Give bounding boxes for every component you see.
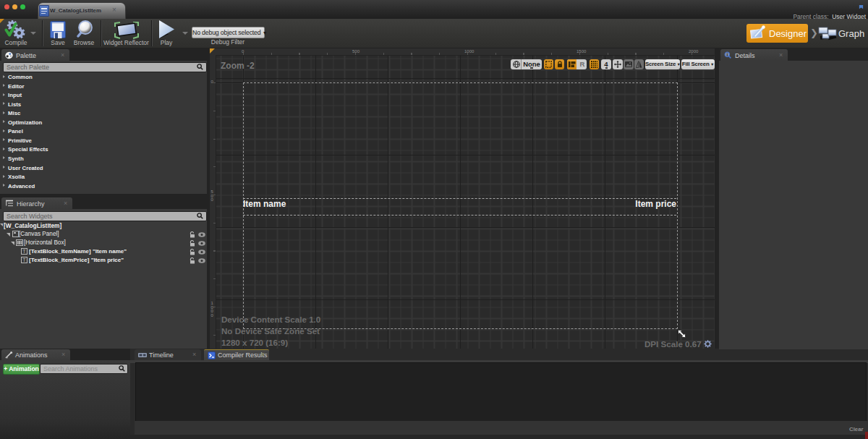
- svg-text:T: T: [22, 249, 26, 254]
- svg-text:T: T: [22, 257, 26, 263]
